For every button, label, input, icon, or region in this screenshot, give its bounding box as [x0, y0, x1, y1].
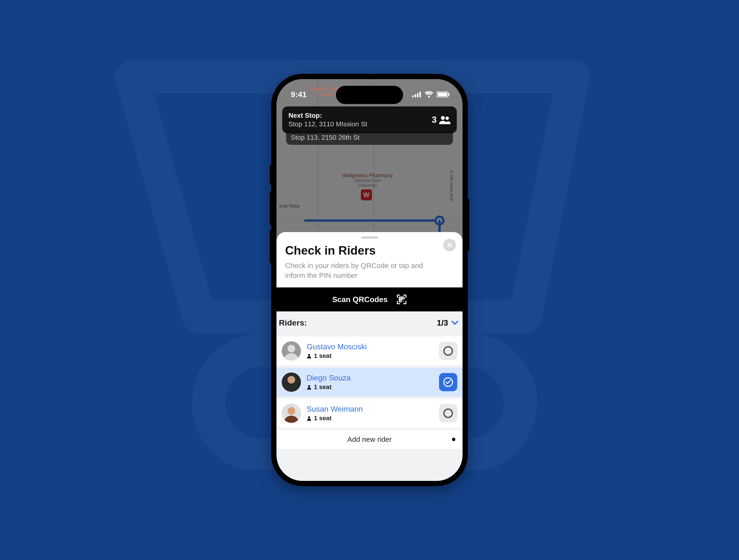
rider-row[interactable]: Gustavo Mosciski 1 seat: [277, 337, 462, 365]
circle-icon: [443, 408, 453, 418]
phone-power-button: [467, 198, 469, 251]
person-icon: [282, 373, 301, 392]
riders-count-group: 1/3: [437, 318, 458, 328]
rider-name: Diego Souza: [307, 373, 433, 382]
rider-row[interactable]: Susan Weimann 1 seat: [277, 399, 462, 428]
battery-icon: [437, 91, 450, 98]
rider-seats: 1 seat: [307, 383, 433, 391]
cellular-icon: [412, 91, 421, 97]
rider-info: Susan Weimann 1 seat: [307, 405, 433, 422]
check-circle-icon: [443, 377, 453, 387]
phone-screen: Alamo Draftho Cinema New Miss Walgreens …: [277, 79, 462, 481]
person-small-icon: [307, 385, 311, 390]
add-rider-label: Add new rider: [347, 435, 392, 443]
next-stop-pax: 3: [432, 115, 451, 125]
riders-count: 1/3: [437, 318, 448, 328]
svg-point-27: [308, 416, 310, 418]
svg-rect-7: [419, 91, 421, 97]
phone-volume-down: [270, 230, 272, 263]
rider-seats-label: 1 seat: [314, 352, 332, 360]
rider-name: Susan Weimann: [307, 405, 433, 413]
next-stop-text: Next Stop: Stop 112, 3110 MIssion St: [288, 112, 367, 128]
checkin-sheet: Check in Riders Check in your riders by …: [277, 232, 462, 481]
sheet-header: Check in Riders Check in your riders by …: [277, 232, 462, 288]
next-stop-pax-count: 3: [432, 115, 437, 125]
following-stop[interactable]: Stop 113, 2150 26th St: [286, 131, 453, 145]
svg-rect-5: [415, 94, 416, 97]
circle-icon: [443, 346, 453, 356]
svg-point-23: [308, 385, 310, 387]
svg-rect-13: [399, 297, 401, 299]
status-right: [412, 91, 450, 98]
rider-row[interactable]: Diego Souza 1 seat: [277, 368, 462, 396]
person-icon: [282, 404, 301, 423]
scan-qrcodes-label: Scan QRCodes: [332, 295, 388, 304]
avatar: [282, 341, 301, 361]
qrcode-icon: [396, 294, 407, 305]
svg-point-11: [441, 116, 445, 120]
phone-bezel: Alamo Draftho Cinema New Miss Walgreens …: [277, 79, 462, 481]
phone-volume-up: [270, 191, 272, 225]
status-time: 9:41: [291, 90, 307, 99]
add-rider-button[interactable]: Add new rider: [277, 430, 462, 449]
avatar: [282, 373, 301, 392]
svg-rect-17: [403, 301, 404, 302]
riders-label: Riders:: [279, 318, 307, 328]
scan-qrcodes-button[interactable]: Scan QRCodes: [277, 288, 462, 312]
phone-frame: Alamo Draftho Cinema New Miss Walgreens …: [271, 74, 468, 486]
wifi-icon: [425, 91, 433, 98]
svg-point-19: [288, 345, 295, 352]
svg-rect-9: [438, 92, 447, 97]
phone-mute-switch: [270, 165, 272, 184]
rider-check-button[interactable]: [439, 373, 457, 391]
rider-name: Gustavo Mosciski: [307, 342, 433, 351]
svg-point-22: [288, 376, 295, 384]
rider-info: Diego Souza 1 seat: [307, 373, 433, 391]
sheet-subtitle: Check in your riders by QRCode or tap an…: [285, 261, 439, 280]
riders-header[interactable]: Riders: 1/3: [277, 312, 462, 334]
svg-rect-16: [402, 300, 403, 301]
people-icon: [439, 116, 451, 124]
next-stop-address: Stop 112, 3110 MIssion St: [288, 120, 367, 128]
close-icon: [447, 242, 452, 248]
svg-rect-6: [417, 93, 418, 97]
dynamic-island: [336, 86, 403, 104]
sheet-title: Check in Riders: [285, 243, 454, 257]
rider-check-button[interactable]: [439, 404, 457, 422]
rider-seats-label: 1 seat: [314, 383, 332, 391]
rider-seats: 1 seat: [307, 414, 433, 422]
svg-rect-4: [412, 96, 414, 97]
svg-point-26: [288, 407, 295, 415]
next-stop-card[interactable]: Next Stop: Stop 112, 3110 MIssion St 3: [282, 107, 457, 133]
close-button[interactable]: [443, 239, 456, 251]
chevron-down-icon: [451, 321, 458, 325]
svg-point-20: [308, 354, 310, 356]
sheet-grabber[interactable]: [361, 236, 378, 239]
svg-rect-15: [399, 300, 401, 302]
svg-rect-14: [402, 297, 404, 299]
rider-info: Gustavo Mosciski 1 seat: [307, 342, 433, 360]
svg-line-0: [132, 77, 199, 317]
avatar: [282, 404, 301, 423]
rider-seats-label: 1 seat: [314, 414, 332, 422]
person-small-icon: [307, 416, 311, 421]
person-icon: [282, 341, 301, 361]
rider-seats: 1 seat: [307, 352, 433, 360]
rider-check-button[interactable]: [439, 342, 457, 360]
dot-icon: [452, 438, 455, 441]
person-small-icon: [307, 354, 311, 358]
svg-point-12: [446, 117, 449, 120]
svg-rect-10: [449, 93, 450, 96]
next-stop-label: Next Stop:: [288, 112, 367, 120]
rider-list: Gustavo Mosciski 1 seat: [277, 337, 462, 451]
